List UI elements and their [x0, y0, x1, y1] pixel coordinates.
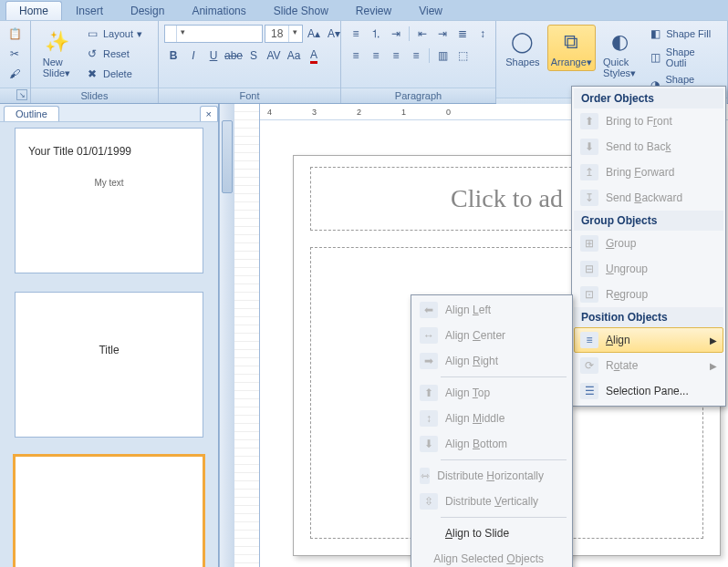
arrange-icon: ⧉	[556, 27, 586, 57]
align-top-icon: ⬆	[420, 385, 438, 401]
list-level-button[interactable]: ⇥	[387, 25, 405, 43]
bold-button[interactable]: B	[164, 46, 182, 65]
shape-outline-button[interactable]: ◫Shape Outli	[643, 45, 722, 70]
shrink-font-button[interactable]: A▾	[325, 25, 343, 43]
rotate-icon: ⟳	[580, 357, 598, 374]
tab-review[interactable]: Review	[342, 1, 405, 20]
group-slides: ✨ NewSlide▾ ▭Layout▾ ↺Reset ✖Delete Slid…	[31, 21, 159, 103]
rotate-item[interactable]: ⟳Rotate▶	[574, 353, 723, 378]
align-center-item[interactable]: ↔Align Center	[413, 323, 570, 348]
tab-view[interactable]: View	[405, 1, 456, 20]
reset-button[interactable]: ↺Reset	[80, 45, 147, 63]
decrease-indent-button[interactable]: ⇤	[413, 25, 432, 43]
grow-font-button[interactable]: A▴	[305, 25, 323, 43]
align-bottom-item[interactable]: ⬇Align Bottom	[413, 431, 570, 457]
distribute-horizontally-item[interactable]: ⇿Distribute Horizontally	[413, 463, 570, 489]
regroup-item[interactable]: ⊡Regroup	[574, 282, 723, 307]
align-middle-icon: ↕	[420, 410, 438, 427]
bullets-button[interactable]: ≡	[347, 25, 365, 43]
fill-icon: ◧	[648, 26, 662, 41]
cut-button[interactable]: ✂	[5, 45, 24, 63]
align-left-item[interactable]: ⬅Align Left	[413, 297, 570, 323]
tab-design[interactable]: Design	[117, 1, 178, 20]
strike-button[interactable]: abe	[224, 46, 243, 65]
convert-smartart-button[interactable]: ⬚	[453, 46, 472, 65]
line-spacing-button[interactable]: ≣	[453, 25, 472, 43]
group-label-paragraph: Paragraph	[341, 88, 495, 103]
new-slide-label: NewSlide▾	[43, 57, 70, 79]
align-right-item[interactable]: ➡Align Right	[413, 348, 570, 374]
tab-insert[interactable]: Insert	[62, 1, 117, 20]
align-to-slide-item[interactable]: Align to Slide	[413, 521, 570, 546]
align-center-button[interactable]: ≡	[367, 46, 385, 65]
shape-fill-button[interactable]: ◧Shape Fill	[643, 25, 722, 43]
send-backward-item[interactable]: ↧Send Backward	[574, 185, 723, 211]
bring-forward-item[interactable]: ↥Bring Forward	[574, 160, 723, 185]
chevron-right-icon: ▶	[710, 361, 717, 371]
scroll-thumb[interactable]	[222, 120, 233, 193]
sel-obj-icon	[420, 551, 426, 567]
justify-button[interactable]: ≡	[407, 46, 425, 65]
divider	[441, 376, 567, 377]
underline-button[interactable]: U	[204, 46, 223, 65]
distribute-vertically-item[interactable]: ⇳Distribute Vertically	[413, 489, 570, 514]
spacing-button[interactable]: AV	[265, 46, 283, 65]
align-left-button[interactable]: ≡	[347, 46, 365, 65]
quick-styles-icon: ◐	[605, 27, 634, 57]
selection-pane-item[interactable]: ☰Selection Pane...	[574, 378, 723, 404]
divider	[441, 517, 567, 518]
bring-to-front-item[interactable]: ⬆Bring to Front	[574, 108, 723, 134]
bring-fwd-icon: ↥	[580, 164, 598, 180]
slides-list[interactable]: Your Title 01/01/1999 My text Title	[0, 122, 218, 567]
numbering-button[interactable]: ⒈	[367, 25, 385, 43]
columns-button[interactable]: ▥	[433, 46, 452, 65]
position-objects-header: Position Objects	[574, 307, 723, 327]
close-pane-button[interactable]: ×	[200, 106, 218, 121]
slide-thumb-3[interactable]	[15, 456, 203, 567]
paste-button[interactable]: 📋	[5, 25, 24, 43]
selection-pane-icon: ☰	[580, 383, 598, 399]
format-painter-button[interactable]: 🖌	[5, 65, 24, 83]
layout-icon: ▭	[85, 26, 99, 41]
send-to-back-item[interactable]: ⬇Send to Back	[574, 134, 723, 160]
ungroup-item[interactable]: ⊟Ungroup	[574, 256, 723, 282]
slide-thumb-2[interactable]: Title	[15, 292, 203, 438]
thumb-sub: My text	[28, 178, 190, 188]
increase-indent-button[interactable]: ⇥	[433, 25, 452, 43]
italic-button[interactable]: I	[184, 46, 203, 65]
outline-tab-bar: Outline ×	[0, 104, 218, 122]
align-right-button[interactable]: ≡	[387, 46, 405, 65]
outline-tab[interactable]: Outline	[4, 106, 59, 121]
group-objects-header: Group Objects	[574, 211, 723, 231]
align-right-icon: ➡	[420, 353, 438, 369]
layout-button[interactable]: ▭Layout▾	[80, 25, 147, 43]
align-selected-objects-item[interactable]: Align Selected Objects	[413, 546, 570, 567]
delete-button[interactable]: ✖Delete	[80, 65, 147, 83]
tab-home[interactable]: Home	[5, 1, 62, 20]
outline-scrollbar[interactable]	[219, 104, 234, 567]
dist-h-icon: ⇿	[420, 468, 430, 484]
align-item[interactable]: ≡Align▶	[574, 327, 723, 353]
tab-slideshow[interactable]: Slide Show	[260, 1, 342, 20]
thumb-title: Your Title 01/01/1999	[28, 145, 190, 158]
tab-animations[interactable]: Animations	[178, 1, 259, 20]
group-clipboard: 📋 ✂ 🖌 ↘	[0, 21, 31, 103]
arrange-menu: Order Objects ⬆Bring to Front ⬇Send to B…	[571, 86, 726, 407]
quick-styles-button[interactable]: ◐QuickStyles▾	[599, 25, 640, 82]
group-font: ▾ 18▾ A▴ A▾ B I U abe S AV Aa A Font	[159, 21, 341, 103]
font-name-combo[interactable]: ▾	[164, 25, 263, 43]
text-direction-button[interactable]: ↕	[473, 25, 492, 43]
group-item[interactable]: ⊞Group	[574, 231, 723, 256]
new-slide-button[interactable]: ✨ NewSlide▾	[36, 25, 77, 82]
slide-thumb-1[interactable]: Your Title 01/01/1999 My text	[15, 128, 203, 273]
case-button[interactable]: Aa	[285, 46, 303, 65]
arrange-button[interactable]: ⧉Arrange▾	[547, 25, 596, 71]
clipboard-launcher[interactable]: ↘	[16, 89, 27, 100]
align-left-icon: ⬅	[420, 302, 438, 318]
font-size-combo[interactable]: 18▾	[265, 25, 303, 43]
font-color-button[interactable]: A	[305, 46, 323, 65]
align-top-item[interactable]: ⬆Align Top	[413, 380, 570, 406]
align-middle-item[interactable]: ↕Align Middle	[413, 406, 570, 431]
shadow-button[interactable]: S	[244, 46, 263, 65]
shapes-button[interactable]: ◯Shapes	[502, 25, 544, 70]
